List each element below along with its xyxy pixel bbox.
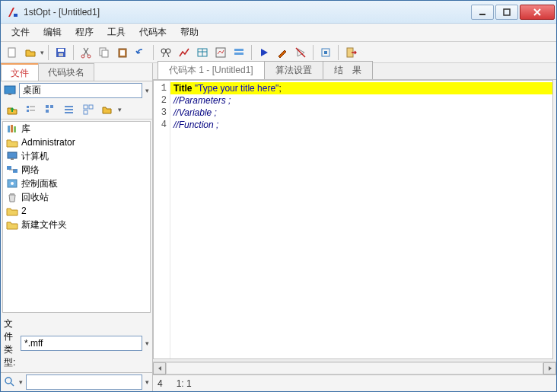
horizontal-scrollbar[interactable] [153,361,556,374]
svg-point-49 [11,182,14,185]
line-number: 3 [154,107,167,119]
file-tree[interactable]: 库 Administrator 计算机 网络 控制面板 [2,121,151,313]
filetype-label: 文件类型: [4,317,18,369]
find-button[interactable] [158,44,174,61]
svg-rect-0 [14,14,18,17]
open-dropdown-icon[interactable]: ▾ [40,49,44,56]
new-button[interactable] [4,44,21,61]
search-combo[interactable] [26,374,142,390]
tree-item-computer[interactable]: 计算机 [3,149,150,163]
svg-rect-25 [5,86,15,94]
code-line-2[interactable]: //Parameters ; [170,94,552,107]
cut-button[interactable] [78,44,94,61]
minimize-button[interactable] [471,5,494,20]
scroll-track[interactable] [166,362,543,374]
maximize-button[interactable] [495,5,518,20]
code-line-4[interactable]: //Function ; [170,119,552,131]
tab-codebook[interactable]: 代码本 1 - [Untitled1] [158,61,265,79]
search-icon[interactable] [4,376,16,388]
save-button[interactable] [53,44,69,61]
close-button[interactable] [520,5,555,20]
tree-item-newfolder[interactable]: 新建文件夹 [3,218,150,231]
filetype-dropdown-icon[interactable]: ▾ [145,339,149,347]
tree-item-network[interactable]: 网络 [3,163,150,177]
sidebar-tab-block[interactable]: 代码块名 [38,63,94,81]
editor-tabs: 代码本 1 - [Untitled1] 算法设置 结 果 [153,63,556,80]
svg-rect-44 [11,158,14,160]
line-number: 1 [154,82,167,94]
location-dropdown-icon[interactable]: ▾ [145,87,149,94]
menu-tools[interactable]: 工具 [101,24,132,40]
menu-help[interactable]: 帮助 [174,24,205,40]
sidebar-tab-file[interactable]: 文件 [1,63,39,81]
undo-button[interactable] [132,44,149,61]
code-line-3[interactable]: //Variable ; [170,107,552,119]
filetype-input[interactable] [21,336,142,351]
main-toolbar: ▾ [1,42,556,63]
data-button[interactable] [194,44,211,61]
plot-button[interactable] [212,44,229,61]
new-folder-button[interactable] [99,101,116,118]
code-line-1[interactable]: Title "Type your title here"; [170,82,552,94]
scroll-left-button[interactable] [153,362,166,374]
paste-button[interactable] [114,44,131,61]
token-comment: //Parameters ; [173,95,231,106]
status-line: 4 [158,378,163,389]
tab-result[interactable]: 结 果 [323,61,373,79]
tree-item-admin[interactable]: Administrator [3,135,150,149]
menu-file[interactable]: 文件 [5,24,36,40]
tree-item-controlpanel[interactable]: 控制面板 [3,177,150,190]
app-window: 1stOpt - [Untitled1] 文件 编辑 程序 工具 代码本 帮助 … [0,0,557,392]
separator [153,45,154,60]
tree-label: 2 [21,206,27,216]
edit-icon-button[interactable] [274,44,291,61]
svg-point-7 [81,55,84,58]
open-button[interactable] [22,44,39,61]
tree-item-recycle[interactable]: 回收站 [3,190,150,204]
exit-button[interactable] [342,44,359,61]
menu-codebook[interactable]: 代码本 [133,24,173,40]
stop-button[interactable] [292,44,309,61]
code-editor[interactable]: 1 2 3 4 Title "Type your title here"; //… [153,80,553,359]
newfolder-dropdown-icon[interactable]: ▾ [118,106,122,113]
copy-button[interactable] [96,44,113,61]
token-comment: //Variable ; [173,107,217,118]
settings-button[interactable] [317,44,334,61]
svg-point-51 [5,378,11,384]
main-area: 代码本 1 - [Untitled1] 算法设置 结 果 1 2 3 4 Tit… [153,63,556,391]
tree-label: 库 [21,123,30,135]
tree-item-2[interactable]: 2 [3,204,150,218]
scroll-right-button[interactable] [543,362,556,374]
token-string: "Type your title here" [195,83,279,94]
recycle-icon [6,192,18,202]
search-combo-dropdown-icon[interactable]: ▾ [145,378,149,386]
svg-rect-19 [234,49,243,51]
window-title: 1stOpt - [Untitled1] [24,7,471,18]
run-button[interactable] [256,44,272,61]
separator [313,45,314,60]
svg-rect-45 [7,166,11,170]
up-folder-button[interactable] [4,101,21,118]
view-tiles-button[interactable] [80,101,97,118]
library-icon [6,123,18,134]
location-combo[interactable]: 桌面 [19,83,142,98]
tree-item-library[interactable]: 库 [3,122,150,135]
chart-button[interactable] [176,44,193,61]
view-list-button[interactable] [23,101,40,118]
view-details-button[interactable] [61,101,78,118]
folder-icon [6,137,18,148]
sidebar-toolbar: ▾ [1,100,152,120]
token-comment: //Function ; [173,120,218,130]
folder-icon [6,219,18,230]
separator [73,45,74,60]
tab-algorithm[interactable]: 算法设置 [264,61,323,79]
options-button[interactable] [231,44,247,61]
filetype-row: 文件类型: ▾ [1,314,152,372]
code-area[interactable]: Title "Type your title here"; //Paramete… [170,81,552,359]
title-bar: 1stOpt - [Untitled1] [1,1,556,24]
menu-edit[interactable]: 编辑 [37,24,68,40]
svg-rect-41 [11,125,13,132]
menu-program[interactable]: 程序 [69,24,100,40]
view-small-button[interactable] [42,101,59,118]
search-dropdown-icon[interactable]: ▾ [19,378,23,386]
